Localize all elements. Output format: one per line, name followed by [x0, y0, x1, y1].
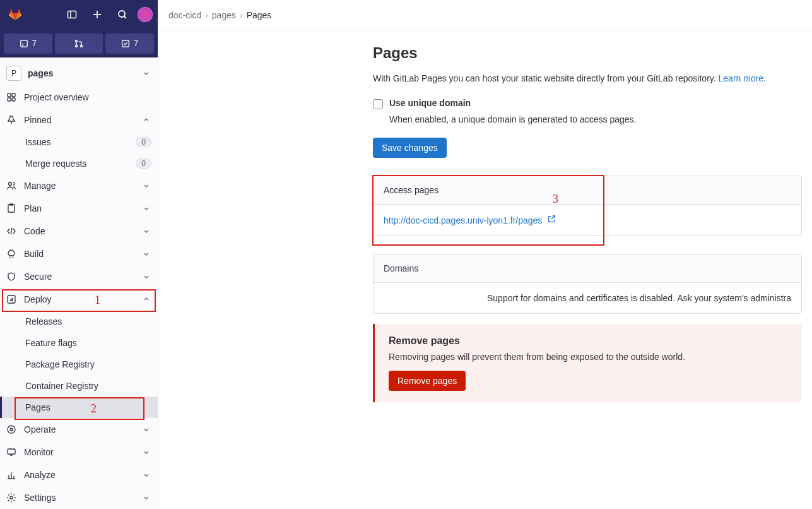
page-title: Pages: [373, 44, 802, 62]
nav-label: Manage: [24, 181, 134, 191]
svg-rect-22: [8, 449, 15, 454]
chevron-down-icon: [141, 470, 151, 480]
svg-rect-0: [68, 11, 76, 18]
svg-point-29: [10, 496, 13, 499]
nav-issues[interactable]: Issues 0: [0, 131, 158, 153]
chevron-down-icon: [141, 493, 151, 503]
svg-point-20: [8, 426, 15, 433]
breadcrumb-project[interactable]: pages: [212, 10, 236, 20]
pages-url-link[interactable]: http://doc-cicd.pages.univ-lyon1.fr/page…: [384, 215, 542, 225]
issues-count: 7: [32, 39, 37, 48]
nav-label: Build: [24, 249, 134, 259]
nav-label: Merge requests: [25, 159, 136, 169]
svg-point-21: [10, 428, 13, 431]
access-pages-panel: 3 Access pages http://doc-cicd.pages.uni…: [373, 176, 802, 236]
sidebar-toggle-icon[interactable]: [62, 4, 82, 25]
remove-pages-panel: Remove pages Removing pages will prevent…: [373, 324, 802, 402]
chevron-down-icon: [141, 181, 151, 191]
chevron-down-icon: [141, 249, 151, 259]
nav-pinned[interactable]: Pinned: [0, 109, 158, 131]
mr-counter[interactable]: [55, 33, 103, 54]
monitor-icon: [6, 447, 16, 457]
nav-releases[interactable]: Releases: [0, 311, 158, 332]
nav-operate[interactable]: Operate: [0, 418, 158, 441]
chevron-down-icon: [141, 203, 151, 213]
save-button[interactable]: Save changes: [373, 138, 447, 158]
nav-manage[interactable]: Manage: [0, 174, 158, 197]
todo-count: 7: [134, 39, 138, 48]
shield-icon: [6, 272, 16, 282]
nav-label: Pinned: [24, 115, 134, 125]
pin-icon: [6, 115, 16, 125]
callout-deploy-number: 1: [95, 294, 100, 307]
nav-feature-flags[interactable]: Feature flags: [0, 332, 158, 354]
page-description: With GitLab Pages you can host your stat…: [373, 72, 802, 85]
unique-domain-label[interactable]: Use unique domain: [389, 98, 471, 108]
nav-build[interactable]: Build: [0, 243, 158, 265]
learn-more-link[interactable]: Learn more.: [719, 73, 766, 83]
nav-monitor[interactable]: Monitor: [0, 441, 158, 464]
project-name: pages: [28, 68, 135, 78]
project-header[interactable]: P pages: [0, 61, 158, 86]
callout-access-number: 3: [553, 193, 558, 206]
nav-label: Code: [24, 226, 134, 236]
nav-label: Releases: [25, 316, 151, 326]
breadcrumb-current: Pages: [247, 10, 272, 20]
domains-panel: Domains Support for domains and certific…: [373, 254, 802, 314]
nav-merge-requests[interactable]: Merge requests 0: [0, 153, 158, 174]
svg-rect-13: [12, 93, 15, 97]
todo-counter[interactable]: 7: [105, 33, 154, 54]
avatar[interactable]: [138, 7, 153, 22]
svg-line-5: [124, 16, 126, 18]
domains-text: Support for domains and certificates is …: [487, 293, 791, 303]
nav-code[interactable]: Code: [0, 220, 158, 243]
gitlab-logo[interactable]: [6, 6, 24, 23]
rocket-icon: [6, 249, 16, 259]
unique-domain-description: When enabled, a unique domain is generat…: [389, 113, 802, 126]
domains-header: Domains: [374, 254, 801, 283]
nav-container-registry[interactable]: Container Registry: [0, 375, 158, 397]
nav-label: Package Registry: [25, 359, 151, 369]
chart-icon: [6, 470, 16, 480]
nav-plan[interactable]: Plan: [0, 197, 158, 220]
search-icon[interactable]: [112, 4, 132, 25]
plus-icon[interactable]: [87, 4, 107, 25]
nav-label: Analyze: [24, 470, 134, 480]
main: doc-cicd › pages › Pages Pages With GitL…: [158, 0, 812, 509]
users-icon: [6, 181, 16, 191]
project-initial: P: [6, 66, 21, 81]
sidebar: 7 7 P pages Project overview: [0, 0, 158, 509]
nav-project-overview[interactable]: Project overview: [0, 86, 158, 109]
nav-package-registry[interactable]: Package Registry: [0, 354, 158, 375]
unique-domain-checkbox[interactable]: [373, 99, 383, 109]
unique-domain-row: Use unique domain: [373, 98, 802, 109]
badge: 0: [136, 137, 151, 147]
nav-label: Pages: [25, 402, 151, 412]
domains-body: Support for domains and certificates is …: [374, 283, 801, 313]
access-pages-header: Access pages: [374, 176, 801, 205]
intro-text: With GitLab Pages you can host your stat…: [373, 73, 719, 83]
svg-rect-15: [12, 98, 15, 101]
svg-point-8: [76, 40, 78, 42]
remove-pages-button[interactable]: Remove pages: [389, 371, 466, 391]
deploy-icon: [6, 294, 16, 304]
badge: 0: [136, 159, 151, 169]
nav-label: Project overview: [24, 92, 151, 102]
nav-analyze[interactable]: Analyze: [0, 464, 158, 486]
issues-counter[interactable]: 7: [4, 33, 52, 54]
svg-rect-12: [8, 93, 11, 97]
chevron-up-icon: [141, 115, 151, 125]
chevron-up-icon: [141, 294, 151, 304]
nav-label: Operate: [24, 424, 134, 434]
nav-label: Feature flags: [25, 338, 151, 348]
breadcrumb: doc-cicd › pages › Pages: [158, 0, 812, 30]
breadcrumb-root[interactable]: doc-cicd: [168, 10, 201, 20]
nav-deploy[interactable]: Deploy: [0, 288, 158, 311]
nav-pages[interactable]: Pages: [0, 397, 158, 418]
nav-label: Secure: [24, 272, 134, 282]
external-link-icon: [547, 215, 556, 224]
nav-settings[interactable]: Settings: [0, 486, 158, 509]
nav-secure[interactable]: Secure: [0, 265, 158, 288]
chevron-right-icon: ›: [205, 10, 208, 20]
nav-label: Issues: [25, 137, 136, 147]
